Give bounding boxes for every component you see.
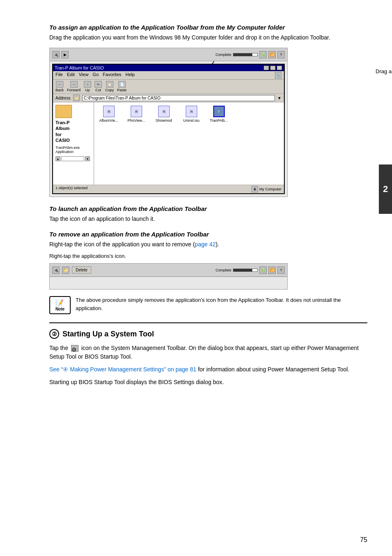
- forward-button[interactable]: → Forward: [67, 81, 81, 92]
- section2-body3: Starting up BIOS Startup Tool displays t…: [49, 378, 367, 387]
- menu-icon-right: 📎: [275, 72, 281, 79]
- copy-icon: 📋: [106, 81, 113, 88]
- copy-button[interactable]: 📋 Copy: [105, 81, 114, 92]
- section2-heading: ② Starting Up a System Tool: [49, 322, 367, 339]
- back-label: Back: [55, 88, 64, 92]
- explorer-statusbar: 1 object(s) selected 🖥 My Computer: [53, 185, 284, 193]
- file-uninst: 画 Uninst.isu: [180, 106, 203, 123]
- section2-body1-post: icon on the System Management Toolbar. O…: [49, 345, 359, 360]
- delete-toolbar-body: [50, 277, 287, 289]
- page-number: 75: [360, 536, 367, 544]
- explorer-toolbar: ← Back → Forward ↑ Up ✂ Cut: [53, 80, 284, 94]
- forward-label: Forward: [67, 88, 81, 92]
- scroll-track: [61, 156, 84, 161]
- chapter-number: 2: [383, 184, 388, 195]
- section2-body1-pre: Tap the: [49, 345, 68, 351]
- file-phoview: 画 PhoView...: [125, 106, 148, 123]
- system-tool-icon: ⚙: [71, 345, 78, 352]
- cut-icon: ✂: [95, 81, 102, 88]
- file-albumview: 画 AlbumVie...: [97, 106, 120, 123]
- file-icon-uninst: 画: [186, 106, 197, 117]
- explorer-window: Tran-P Album for CASIO _ □ ✕ File Edit V…: [52, 64, 285, 194]
- minimize-btn[interactable]: _: [263, 65, 269, 70]
- up-icon: ↑: [84, 81, 91, 88]
- device-toolbar-left: 🔌 ▶: [52, 51, 69, 58]
- file-label-showmod: Showmod: [155, 118, 172, 123]
- screenshot-area: 🔌 ▶ Complete 🔋 📶 ?: [49, 48, 367, 197]
- cut-label: Cut: [95, 88, 101, 92]
- body-remove-post: ).: [216, 241, 219, 248]
- heading-launch: To launch an application from the Applic…: [49, 205, 367, 212]
- explorer-title: Tran-P Album for CASIO: [55, 65, 104, 70]
- chapter-tab: 2: [379, 164, 392, 214]
- heading-assign: To assign an application to the Applicat…: [49, 24, 367, 31]
- body-remove-pre: Right-tap the icon of the application yo…: [49, 241, 195, 248]
- folder-small-icon: 📁: [73, 95, 80, 101]
- device-icon-3: 🔋: [259, 51, 267, 58]
- folder-label: Tran-PAlbumforCASIO: [55, 120, 70, 143]
- menu-go[interactable]: Go: [92, 72, 99, 79]
- instruction-text: Right-tap the applications's icon.: [49, 253, 367, 259]
- close-btn[interactable]: ✕: [277, 65, 282, 70]
- menu-view[interactable]: View: [79, 72, 89, 79]
- menu-help[interactable]: Help: [125, 72, 135, 79]
- paste-label: Paste: [117, 88, 127, 92]
- back-icon: ←: [56, 81, 63, 88]
- forward-icon: →: [70, 81, 78, 88]
- file-label-albumview: AlbumVie...: [99, 118, 118, 123]
- address-label: Address: [55, 96, 71, 100]
- address-dropdown-icon[interactable]: ▼: [277, 96, 281, 100]
- body-assign: Drag the application you want from the W…: [49, 33, 367, 42]
- complete-label-2: Complete: [215, 268, 231, 272]
- circled-number: ②: [49, 329, 59, 339]
- back-button[interactable]: ← Back: [55, 81, 64, 92]
- menu-favorites[interactable]: Favorites: [103, 72, 121, 79]
- file-icon-tranpalb: T: [213, 106, 225, 117]
- heading-remove: To remove an application from the Applic…: [49, 231, 367, 238]
- explorer-screenshot: 🔌 ▶ Complete 🔋 📶 ?: [49, 48, 288, 197]
- progress-fill: [233, 53, 252, 56]
- folder-icon-large: [55, 105, 72, 118]
- left-panel: Tran-PAlbumforCASIO TranPAbm.exeApplicat…: [53, 102, 94, 185]
- device-icon-2: ▶: [61, 51, 69, 58]
- progress-bar: [233, 53, 258, 56]
- up-button[interactable]: ↑ Up: [84, 81, 91, 92]
- menu-edit[interactable]: Edit: [67, 72, 75, 79]
- delete-button[interactable]: Delete: [72, 266, 91, 273]
- right-panel: 画 AlbumVie... 画 PhoView... 画 Showmod 画: [94, 102, 284, 185]
- address-bar: Address 📁 C:\Program Files\Tran-P Album …: [53, 94, 284, 102]
- file-label-uninst: Uninst.isu: [183, 118, 200, 123]
- file-showmod: 画 Showmod: [152, 106, 175, 123]
- file-icon-phoview: 画: [131, 106, 142, 117]
- note-icon: 📝Note: [49, 296, 71, 314]
- section2-body1: Tap the ⚙ icon on the System Management …: [49, 344, 367, 361]
- status-right-label: My Computer: [259, 187, 281, 191]
- body-launch: Tap the icon of an application to launch…: [49, 215, 367, 223]
- section2-link[interactable]: See “④ Making Power Management Settings”…: [49, 366, 196, 373]
- menu-file[interactable]: File: [55, 72, 63, 79]
- explorer-titlebar: Tran-P Album for CASIO _ □ ✕: [53, 65, 284, 71]
- cut-button[interactable]: ✂ Cut: [95, 81, 102, 92]
- left-panel-description: TranPAbm.exeApplication: [55, 146, 80, 154]
- complete-label: Complete: [215, 53, 231, 57]
- paste-button[interactable]: 📄 Paste: [117, 81, 127, 92]
- device-icon-1: 🔌: [52, 51, 60, 58]
- delete-toolbar-screenshot: 🔌 📁 Delete Complete 🔋 📶 ?: [49, 263, 288, 290]
- signal-icon: 📶: [268, 266, 276, 274]
- maximize-btn[interactable]: □: [270, 65, 276, 70]
- up-label: Up: [85, 88, 90, 92]
- file-label-tranpalb: TranPAlb...: [210, 118, 228, 123]
- scroll-controls: ▲ ▼: [55, 156, 90, 161]
- address-field[interactable]: C:\Program Files\Tran-P Album for CASIO: [82, 95, 275, 101]
- my-computer-icon: 🖥: [251, 186, 258, 192]
- section2-link-suffix: for information about using Power Manage…: [196, 366, 350, 373]
- note-label: 📝Note: [55, 299, 65, 311]
- scroll-down-btn[interactable]: ▼: [85, 156, 90, 161]
- status-right: 🖥 My Computer: [251, 186, 281, 192]
- delete-toolbar-icon2: 📁: [62, 266, 69, 274]
- annotation-drag-drop: Drag and drop the application.: [376, 68, 392, 74]
- note-text: The above procedure simply removes the a…: [76, 296, 367, 312]
- scroll-up-btn[interactable]: ▲: [55, 156, 60, 161]
- file-icon-albumview: 画: [103, 106, 115, 117]
- body-remove-link[interactable]: page 42: [195, 241, 216, 248]
